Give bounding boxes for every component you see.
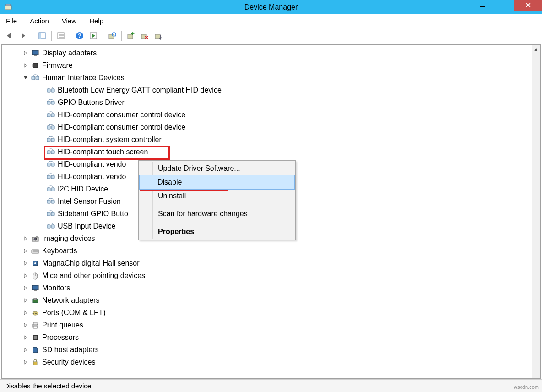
tree-item[interactable]: Network adapters — [2, 294, 532, 306]
svg-rect-31 — [51, 101, 54, 104]
svg-rect-51 — [51, 225, 54, 228]
tree-item[interactable]: HID-compliant consumer control device — [2, 121, 532, 133]
tree-item-hid-touch-screen[interactable]: HID-compliant touch screen — [2, 146, 532, 158]
svg-rect-55 — [32, 250, 39, 253]
svg-rect-43 — [51, 175, 54, 179]
svg-rect-32 — [47, 114, 50, 117]
scan-button[interactable] — [106, 29, 119, 42]
svg-rect-28 — [47, 89, 50, 92]
cpu-icon — [31, 333, 39, 342]
tree-item[interactable]: HID-compliant consumer control device — [2, 109, 532, 121]
tree-label: SD host adapters — [42, 346, 99, 354]
help-button[interactable]: ? — [73, 29, 86, 42]
action-button[interactable] — [87, 29, 100, 42]
tree-item-hid-category[interactable]: Human Interface Devices — [2, 71, 532, 84]
svg-rect-74 — [34, 336, 37, 339]
tree-label: Mice and other pointing devices — [42, 272, 145, 280]
ctx-uninstall[interactable]: Uninstall — [140, 189, 294, 203]
tree-item[interactable]: Print queues — [2, 319, 532, 331]
titlebar: Device Manager ✕ — [0, 0, 542, 14]
svg-rect-71 — [33, 322, 37, 325]
expand-icon[interactable] — [23, 236, 28, 241]
properties-button[interactable] — [54, 29, 67, 42]
menu-help[interactable]: Help — [89, 17, 103, 25]
device-manager-window: Device Manager ✕ File Action View Help ? — [0, 0, 542, 392]
svg-rect-54 — [36, 236, 38, 238]
expand-icon[interactable] — [23, 50, 28, 56]
expand-icon[interactable] — [23, 248, 28, 254]
ctx-properties[interactable]: Properties — [140, 225, 294, 239]
monitor-icon — [31, 284, 39, 292]
sensor-icon — [31, 259, 39, 267]
expand-icon[interactable] — [23, 359, 28, 365]
tree-label: Firmware — [42, 61, 73, 70]
expand-icon[interactable] — [23, 261, 28, 266]
tree-item-display-adapters[interactable]: Display adapters — [2, 47, 532, 59]
tree-item[interactable]: SD host adapters — [2, 343, 532, 356]
menu-file[interactable]: File — [6, 17, 17, 25]
ctx-label: Scan for hardware changes — [158, 210, 248, 218]
tree-label: Processors — [42, 333, 79, 342]
ctx-scan[interactable]: Scan for hardware changes — [140, 207, 294, 221]
uninstall-button[interactable] — [138, 29, 151, 42]
collapse-icon[interactable] — [23, 75, 28, 81]
expand-icon[interactable] — [23, 285, 28, 291]
tree-item[interactable]: Bluetooth Low Energy GATT compliant HID … — [2, 84, 532, 96]
tree-item[interactable]: GPIO Buttons Driver — [2, 96, 532, 109]
watermark: wsxdn.com — [514, 384, 539, 390]
tree-label: MagnaChip digital Hall sensor — [42, 259, 140, 267]
window-title: Device Manager — [0, 3, 542, 11]
expand-icon[interactable] — [23, 322, 28, 328]
svg-rect-14 — [128, 34, 133, 39]
tree-label: Keyboards — [42, 247, 77, 255]
tree-item[interactable]: HID-compliant system controller — [2, 133, 532, 146]
tree-item[interactable]: Processors — [2, 331, 532, 343]
expand-icon[interactable] — [23, 273, 28, 278]
back-button[interactable] — [3, 29, 16, 42]
svg-rect-39 — [51, 151, 54, 154]
minimize-button[interactable] — [472, 0, 493, 11]
close-button[interactable]: ✕ — [514, 0, 542, 11]
svg-rect-45 — [51, 188, 54, 191]
tree-item-firmware[interactable]: Firmware — [2, 59, 532, 71]
svg-rect-47 — [51, 200, 54, 203]
tree-item[interactable]: Ports (COM & LPT) — [2, 306, 532, 319]
expand-icon[interactable] — [23, 310, 28, 316]
tree-item[interactable]: Monitors — [2, 282, 532, 294]
tree-label: Human Interface Devices — [42, 74, 125, 82]
menu-action[interactable]: Action — [30, 17, 49, 25]
maximize-button[interactable] — [493, 0, 514, 11]
show-hide-tree-button[interactable] — [36, 29, 49, 42]
svg-rect-42 — [47, 175, 50, 179]
tree-item[interactable]: MagnaChip digital Hall sensor — [2, 257, 532, 269]
tree-item[interactable]: Mice and other pointing devices — [2, 269, 532, 282]
toolbar-separator — [33, 31, 33, 41]
menu-view[interactable]: View — [62, 17, 76, 25]
svg-rect-17 — [32, 50, 38, 55]
expand-icon[interactable] — [23, 298, 28, 303]
forward-button[interactable] — [17, 29, 30, 42]
tree-item[interactable]: Keyboards — [2, 245, 532, 257]
ctx-update-driver[interactable]: Update Driver Software... — [140, 162, 294, 175]
disable-button[interactable] — [152, 29, 165, 42]
tree-item[interactable]: Security devices — [2, 356, 532, 368]
expand-icon[interactable] — [23, 335, 28, 340]
mouse-icon — [31, 272, 39, 280]
tree-label: Network adapters — [42, 296, 99, 305]
expand-icon[interactable] — [23, 63, 28, 68]
tree-label: Security devices — [42, 358, 96, 366]
svg-point-59 — [34, 262, 36, 264]
tree-label: HID-compliant consumer control device — [58, 111, 185, 119]
expand-icon[interactable] — [23, 347, 28, 353]
svg-rect-29 — [51, 89, 54, 92]
vertical-scrollbar[interactable]: ▴ — [532, 45, 540, 378]
svg-rect-27 — [36, 76, 39, 80]
svg-rect-48 — [47, 212, 50, 216]
scroll-up-icon[interactable]: ▴ — [532, 45, 540, 53]
window-buttons: ✕ — [472, 0, 542, 14]
svg-rect-11 — [109, 34, 114, 39]
tree-label: HID-compliant consumer control device — [58, 123, 185, 131]
update-driver-button[interactable] — [125, 29, 137, 42]
ctx-disable[interactable]: Disable — [139, 175, 295, 190]
svg-rect-3 — [39, 33, 41, 39]
